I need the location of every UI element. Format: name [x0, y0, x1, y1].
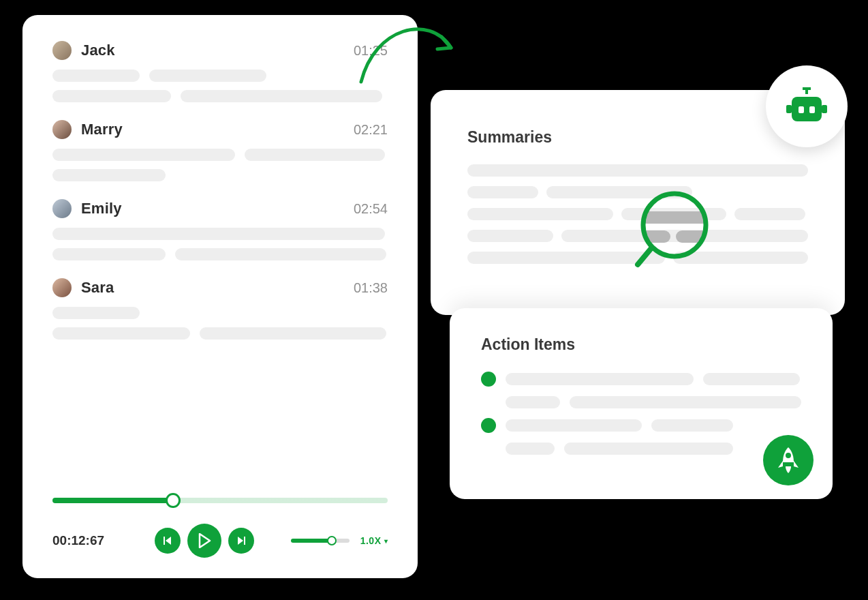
ai-bot-badge [766, 65, 848, 147]
svg-rect-4 [792, 97, 822, 121]
entry-timestamp: 01:25 [354, 43, 388, 59]
text-placeholder [506, 442, 555, 455]
transcript-entry: Jack 01:25 [52, 41, 388, 102]
action-item-line [506, 396, 801, 408]
play-button[interactable] [187, 524, 221, 558]
playback-speed-label: 1.0X [360, 535, 382, 546]
action-items-title: Action Items [481, 335, 801, 354]
next-button[interactable] [228, 528, 254, 554]
svg-rect-7 [799, 106, 804, 113]
transcript-entry: Marry 02:21 [52, 120, 388, 181]
speaker-name: Marry [81, 121, 344, 138]
text-placeholder [149, 70, 266, 82]
robot-icon [786, 87, 827, 125]
speaker-name: Sara [81, 279, 344, 297]
transcript-card: Jack 01:25 Marry 02:21 [22, 15, 418, 578]
transcript-entry: Emily 02:54 [52, 199, 388, 260]
text-placeholder [467, 230, 553, 242]
avatar [52, 278, 72, 297]
text-placeholder [651, 419, 733, 432]
text-placeholder [467, 186, 538, 198]
chevron-down-icon: ▾ [384, 537, 388, 545]
rocket-icon [775, 446, 801, 475]
text-placeholder [52, 149, 235, 161]
text-placeholder [570, 396, 801, 408]
text-placeholder [506, 419, 642, 432]
text-placeholder [52, 248, 166, 260]
entry-timestamp: 02:54 [354, 201, 388, 217]
progress-knob[interactable] [166, 493, 181, 508]
text-placeholder [52, 327, 190, 340]
text-placeholder [506, 396, 560, 408]
speaker-name: Emily [81, 200, 344, 217]
prev-button[interactable] [155, 528, 181, 554]
volume-slider[interactable] [291, 539, 350, 543]
svg-rect-8 [809, 106, 815, 113]
text-placeholder [52, 90, 171, 102]
transcript-entries: Jack 01:25 Marry 02:21 [52, 41, 388, 491]
svg-rect-1 [244, 537, 245, 545]
text-placeholder [621, 208, 726, 220]
text-placeholder [546, 186, 692, 198]
svg-rect-5 [786, 105, 792, 113]
text-placeholder [673, 252, 808, 264]
action-item [481, 372, 801, 387]
avatar [52, 41, 72, 60]
elapsed-time: 00:12:67 [52, 533, 155, 548]
text-placeholder [175, 248, 386, 260]
text-placeholder [561, 230, 808, 242]
volume-knob[interactable] [327, 536, 337, 545]
text-placeholder [52, 307, 140, 319]
text-placeholder [467, 164, 808, 177]
action-item [481, 418, 801, 433]
player-progress[interactable] [52, 498, 388, 503]
launch-button[interactable] [763, 435, 813, 485]
speaker-name: Jack [81, 42, 344, 59]
text-placeholder [703, 373, 800, 385]
entry-timestamp: 02:21 [354, 122, 388, 138]
text-placeholder [52, 70, 140, 82]
text-placeholder [734, 208, 805, 220]
text-placeholder [564, 442, 733, 455]
playback-speed-select[interactable]: 1.0X ▾ [360, 535, 388, 546]
text-placeholder [200, 327, 386, 340]
player-controls: 00:12:67 1.0X ▾ [52, 524, 388, 558]
text-placeholder [181, 90, 382, 102]
svg-rect-0 [164, 537, 165, 545]
skip-back-icon [163, 536, 172, 545]
text-placeholder [467, 252, 665, 264]
skip-forward-icon [236, 536, 246, 545]
svg-rect-6 [822, 105, 827, 113]
avatar [52, 199, 72, 218]
transcript-entry: Sara 01:38 [52, 278, 388, 340]
text-placeholder [506, 373, 694, 385]
action-items-card: Action Items [450, 308, 833, 499]
text-placeholder [245, 149, 385, 161]
text-placeholder [467, 208, 613, 220]
bullet-icon [481, 372, 496, 387]
avatar [52, 120, 72, 139]
action-item-line [506, 442, 801, 455]
entry-timestamp: 01:38 [354, 280, 388, 296]
summaries-title: Summaries [467, 128, 808, 147]
svg-point-15 [786, 453, 791, 458]
summaries-card: Summaries [431, 90, 845, 315]
bullet-icon [481, 418, 496, 433]
svg-rect-3 [803, 87, 811, 90]
text-placeholder [52, 228, 385, 240]
progress-track [52, 498, 388, 503]
text-placeholder [52, 169, 166, 181]
play-icon [198, 533, 211, 548]
